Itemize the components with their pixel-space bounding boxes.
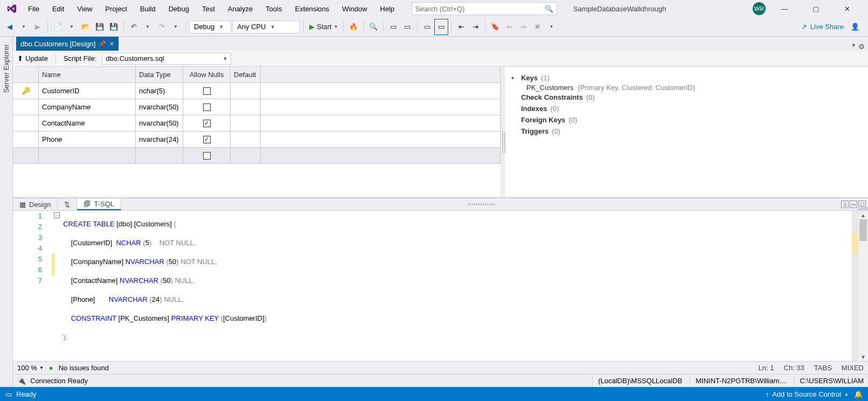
prop-indexes[interactable]: Indexes (0) — [511, 103, 862, 114]
columns-grid[interactable]: Name Data Type Allow Nulls Default 🔑 Cus… — [13, 67, 501, 197]
platform-dropdown[interactable]: Any CPU▼ — [232, 20, 300, 33]
find-in-files-button[interactable]: 🔍 — [367, 19, 380, 34]
menu-file[interactable]: File — [22, 3, 46, 15]
layout-button2[interactable]: ▭ — [435, 19, 448, 34]
notifications-icon[interactable]: 🔔 — [854, 390, 863, 398]
change-margin — [51, 211, 56, 361]
nav-forward-button[interactable]: ▶ — [31, 19, 44, 34]
indent-decrease-button[interactable]: ⇤ — [455, 19, 468, 34]
pane-layout-2-icon[interactable]: ▭ — [850, 200, 857, 208]
menu-view[interactable]: View — [71, 3, 99, 15]
code-area[interactable]: CREATE TABLE [dbo].[Customers] ( [Custom… — [56, 211, 868, 361]
config-dropdown[interactable]: Debug▼ — [189, 20, 231, 33]
menu-extensions[interactable]: Extensions — [288, 3, 336, 15]
expander-icon[interactable]: ▾ — [511, 75, 518, 81]
share-icon: ↗ — [801, 23, 807, 31]
bookmark-button[interactable]: 🔖 — [489, 19, 502, 34]
browse-button2[interactable]: ▭ — [401, 19, 414, 34]
table-row[interactable]: Phone nvarchar(24) — [13, 132, 501, 148]
scroll-thumb[interactable] — [859, 219, 867, 241]
menu-tools[interactable]: Tools — [259, 3, 288, 15]
horizontal-splitter[interactable] — [121, 198, 841, 210]
hot-reload-button[interactable]: 🔥 — [347, 19, 360, 34]
close-button[interactable]: ✕ — [835, 1, 859, 16]
menu-test[interactable]: Test — [196, 3, 221, 15]
nav-back-drop[interactable]: ▼ — [17, 19, 30, 34]
prop-keys[interactable]: ▾Keys (1) — [511, 72, 862, 84]
tab-settings-icon[interactable]: ⚙ — [858, 43, 865, 51]
nav-back-button[interactable]: ◀ — [3, 19, 16, 34]
connection-status: Connection Ready — [30, 377, 88, 385]
new-project-drop[interactable]: ▼ — [65, 19, 78, 34]
feedback-button[interactable]: 👤 — [849, 19, 862, 34]
menu-debug[interactable]: Debug — [162, 3, 196, 15]
indent-mode[interactable]: TABS — [814, 364, 832, 372]
menu-window[interactable]: Window — [336, 3, 373, 15]
script-file-dropdown[interactable]: dbo.Customers.sql ▼ — [102, 53, 231, 65]
undo-button[interactable]: ↶ — [127, 19, 140, 34]
save-all-button[interactable]: 💾 — [107, 19, 120, 34]
tab-overflow-dropdown[interactable]: ▼ — [851, 43, 856, 51]
update-button[interactable]: ⬆ Update — [17, 54, 48, 63]
zoom-dropdown[interactable]: 100 %▼ — [17, 364, 44, 372]
pin-icon[interactable]: 📌 — [99, 40, 106, 47]
layout-button1[interactable]: ▭ — [421, 19, 434, 34]
prop-check-constraints[interactable]: Check Constraints (0) — [511, 92, 862, 103]
browse-button1[interactable]: ▭ — [387, 19, 400, 34]
open-button[interactable]: 📂 — [79, 19, 92, 34]
scroll-down-icon[interactable]: ▼ — [858, 352, 868, 361]
tab-tsql[interactable]: 🗐T-SQL — [77, 198, 121, 210]
bookmark-next-button[interactable]: ⇒ — [517, 19, 530, 34]
output-icon[interactable]: ▭ — [5, 390, 12, 398]
bookmark-prev-button[interactable]: ⇐ — [503, 19, 516, 34]
sidebar-server-explorer[interactable]: Server Explorer — [1, 40, 11, 97]
new-project-button[interactable]: 📄 — [51, 19, 64, 34]
document-tab-customers[interactable]: dbo.Customers [Design] 📌 ✕ — [16, 37, 119, 51]
undo-drop[interactable]: ▼ — [141, 19, 154, 34]
table-row-new[interactable] — [13, 148, 501, 164]
source-control-button[interactable]: ↑ Add to Source Control ▲ — [766, 390, 849, 398]
prop-foreign-keys[interactable]: Foreign Keys (0) — [511, 114, 862, 126]
toolbar-overflow[interactable]: ▼ — [545, 19, 558, 34]
redo-button[interactable]: ↷ — [155, 19, 168, 34]
search-input[interactable]: Search (Ctrl+Q) 🔍 — [412, 2, 557, 15]
menu-analyze[interactable]: Analyze — [221, 3, 259, 15]
connection-icon: 🔌 — [17, 377, 26, 385]
scroll-up-icon[interactable]: ▲ — [858, 211, 868, 219]
search-icon: 🔍 — [545, 5, 553, 13]
pane-layout-1-icon[interactable]: ▯ — [841, 200, 849, 208]
line-endings[interactable]: MIXED — [842, 364, 864, 372]
fold-icon[interactable]: − — [54, 212, 60, 218]
vertical-splitter[interactable] — [501, 67, 505, 197]
maximize-button[interactable]: ▢ — [803, 1, 828, 16]
table-row[interactable]: 🔑 CustomerID nchar(5) — [13, 83, 501, 99]
prop-triggers[interactable]: Triggers (0) — [511, 126, 862, 137]
tsql-editor[interactable]: 1234567 − CREATE TABLE [dbo].[Customers]… — [13, 211, 868, 374]
overview-ruler[interactable] — [852, 211, 858, 361]
redo-drop[interactable]: ▼ — [169, 19, 182, 34]
split-handle[interactable] — [858, 206, 868, 211]
prop-keys-item[interactable]: PK_Customers(Primary Key, Clustered: Cus… — [511, 84, 862, 92]
document-tab-row: dbo.Customers [Design] 📌 ✕ ▼ ⚙ — [13, 37, 868, 51]
vertical-scrollbar[interactable]: ▲ ▼ — [858, 211, 868, 361]
save-button[interactable]: 💾 — [93, 19, 106, 34]
close-icon[interactable]: ✕ — [109, 40, 114, 47]
start-button[interactable]: ▶Start▼ — [307, 19, 340, 34]
tab-updown[interactable]: ⇅ — [58, 198, 77, 210]
menu-build[interactable]: Build — [134, 3, 162, 15]
col-header-nulls: Allow Nulls — [183, 67, 231, 82]
designer-toolbar: ⬆ Update Script File: dbo.Customers.sql … — [13, 51, 868, 67]
bookmark-clear-button[interactable]: ✖ — [531, 19, 544, 34]
minimize-button[interactable]: ― — [772, 1, 797, 16]
indent-increase-button[interactable]: ⇥ — [469, 19, 482, 34]
check-icon: ● — [49, 364, 53, 372]
tab-design[interactable]: ▦Design — [13, 198, 58, 210]
live-share-button[interactable]: ↗ Live Share — [800, 19, 845, 34]
caret-line: Ln: 1 — [759, 364, 774, 372]
menu-help[interactable]: Help — [373, 3, 401, 15]
avatar[interactable]: WR — [753, 2, 766, 15]
menu-edit[interactable]: Edit — [46, 3, 71, 15]
table-row[interactable]: CompanyName nvarchar(50) — [13, 99, 501, 115]
table-row[interactable]: ContactName nvarchar(50) — [13, 115, 501, 132]
menu-project[interactable]: Project — [99, 3, 133, 15]
